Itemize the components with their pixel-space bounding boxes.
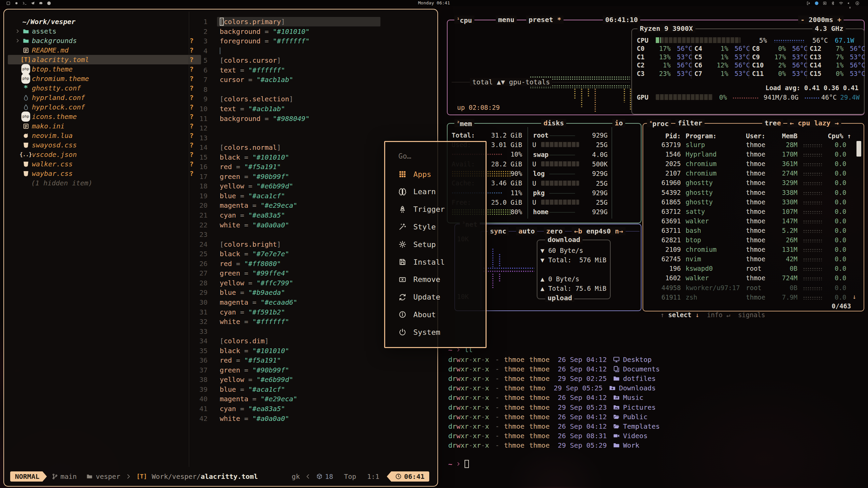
topbar-clock: Monday 06:41 [418, 0, 450, 5]
system-tray[interactable] [806, 1, 863, 5]
menu-item-system[interactable]: System [398, 326, 440, 339]
gear-icon [398, 240, 407, 248]
bluedot-icon[interactable] [814, 1, 819, 5]
dot-icon[interactable] [14, 1, 19, 5]
menu-item-learn[interactable]: Learn [398, 185, 436, 198]
traybox-icon[interactable] [823, 1, 827, 5]
volume-icon[interactable] [847, 1, 851, 5]
menu-search-placeholder[interactable]: Go… [398, 152, 411, 160]
workspace-indicators[interactable] [6, 1, 55, 5]
menu-item-update[interactable]: Update [398, 291, 440, 304]
wand-icon [398, 223, 407, 231]
rocket-icon [398, 205, 407, 214]
menu-item-install[interactable]: Install [398, 256, 445, 268]
terminal-icon[interactable] [22, 1, 27, 5]
btop-window [441, 9, 867, 313]
grid-icon [398, 170, 407, 178]
refresh-icon [398, 293, 407, 301]
network-icon[interactable] [839, 1, 843, 5]
menu-item-trigger[interactable]: Trigger [398, 203, 445, 216]
menu-item-about[interactable]: About [398, 308, 436, 321]
desktop: { "topbar": { "clock": "Monday 06:41", "… [0, 0, 868, 488]
removebox-icon [398, 276, 407, 284]
record-icon[interactable] [855, 1, 860, 5]
top-bar: Monday 06:41 [0, 0, 868, 6]
menu-item-style[interactable]: Style [398, 220, 436, 233]
menu-item-setup[interactable]: Setup [398, 238, 436, 251]
brain-icon [398, 188, 407, 196]
menu-item-remove[interactable]: Remove [398, 273, 440, 286]
bluetooth-icon[interactable] [831, 1, 835, 5]
logout-icon[interactable] [806, 1, 811, 5]
discord-icon[interactable] [39, 1, 43, 5]
menu-item-apps[interactable]: Apps [398, 168, 431, 181]
power-icon [398, 328, 407, 336]
launcher-menu: Go… AppsLearnTriggerStyleSetupInstallRem… [384, 141, 487, 348]
infoc-icon [398, 310, 407, 319]
window-icon[interactable] [6, 1, 11, 5]
terminal-window [441, 317, 867, 487]
editor-window [3, 9, 438, 487]
telegram-icon[interactable] [31, 1, 35, 5]
spotify-icon[interactable] [47, 1, 51, 5]
floppy-icon [398, 258, 407, 266]
